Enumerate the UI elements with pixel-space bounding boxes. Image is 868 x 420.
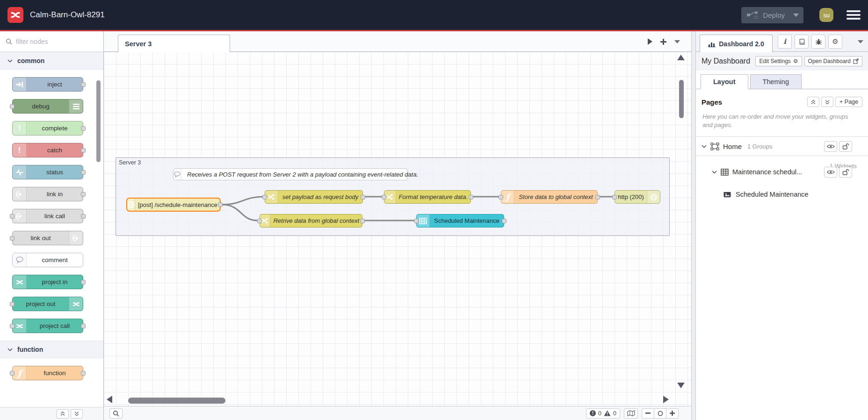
sidebar-tab-dashboard[interactable]: Dashboard 2.0 [700, 35, 773, 52]
visibility-toggle-button[interactable] [824, 167, 837, 178]
navigator-button[interactable] [624, 408, 638, 419]
notification-counts[interactable]: ! 0 0 [586, 408, 620, 419]
collapse-all-pages-button[interactable] [807, 97, 819, 107]
flow-node-http-response[interactable]: http (200) [615, 190, 660, 204]
workspace-tab-server-3[interactable]: Server 3 [118, 35, 230, 52]
visibility-toggle-button[interactable] [824, 141, 837, 152]
add-flow-button[interactable] [660, 38, 667, 45]
flow-node-change-set-payload[interactable]: set payload as request body [265, 190, 363, 204]
input-port[interactable] [612, 195, 617, 199]
output-port[interactable] [218, 202, 223, 207]
flow-canvas[interactable]: Server 3 [104, 52, 691, 406]
search-icon [6, 38, 12, 45]
info-tab-button[interactable]: i [778, 35, 792, 49]
open-dashboard-button[interactable]: Open Dashboard [804, 56, 862, 66]
flow-node-comment[interactable]: Receives a POST request from Server 2 wi… [173, 168, 408, 180]
canvas-hscrollbar-thumb[interactable] [128, 398, 225, 404]
palette-node-catch[interactable]: ! catch [12, 143, 83, 157]
output-port [81, 170, 86, 175]
palette-node-project-out[interactable]: project out [12, 297, 83, 311]
palette-node-project-call[interactable]: project call [12, 319, 83, 333]
output-port[interactable] [502, 219, 506, 223]
canvas-scroll-left-icon[interactable] [107, 396, 112, 403]
help-tab-button[interactable] [795, 35, 809, 49]
input-port[interactable] [499, 195, 503, 199]
canvas-vscrollbar-thumb[interactable] [679, 80, 684, 118]
flow-node-change-format-temperature[interactable]: Format temperature data. [384, 190, 471, 204]
user-avatar[interactable]: su [819, 8, 833, 22]
image-widget-icon [723, 191, 731, 198]
palette-filter-input[interactable] [16, 38, 86, 45]
zoom-in-button[interactable] [666, 408, 679, 419]
debug-tab-button[interactable] [811, 35, 825, 49]
tree-row-group-maintenance[interactable]: Maintenance schedul... 1 Widgets [696, 163, 868, 181]
tab-theming[interactable]: Theming [750, 74, 802, 89]
table-icon [721, 169, 729, 176]
tree-row-widget-scheduled-maintenance[interactable]: Scheduled Maintenance [696, 186, 868, 203]
output-port [81, 148, 86, 153]
output-port[interactable] [361, 195, 365, 199]
tree-row-page-home[interactable]: Home 1 Groups [696, 136, 868, 156]
main-menu-button[interactable] [846, 10, 861, 20]
palette-node-link-call[interactable]: link call [12, 209, 83, 223]
palette-node-link-out[interactable]: link out [12, 231, 83, 245]
tab-list-icon[interactable] [674, 40, 680, 43]
bug-icon [815, 38, 822, 45]
chevron-down-icon[interactable] [702, 145, 707, 148]
palette-node-label: status [27, 169, 83, 176]
add-page-button[interactable]: + Page [835, 97, 862, 107]
flow-node-change-retrieve-global[interactable]: Retrive data from global context [260, 214, 362, 228]
palette-node-debug[interactable]: debug [12, 99, 83, 114]
flow-node-http-in[interactable]: [post] /schedule-maintenance [126, 198, 221, 212]
config-nodes-tab-button[interactable]: ⚙ [828, 35, 842, 49]
canvas-scroll-up-icon[interactable] [677, 55, 685, 60]
palette-node-label: inject [27, 81, 83, 88]
output-port[interactable] [595, 195, 600, 199]
palette-node-inject[interactable]: inject [12, 77, 83, 92]
sidebar-splitter[interactable] [691, 31, 696, 420]
dashboard-header: My Dashboard Edit Settings ⚙ Open Dashbo… [696, 52, 868, 71]
output-port [81, 371, 86, 376]
edit-settings-button[interactable]: Edit Settings ⚙ [755, 56, 802, 66]
palette-scrollbar-thumb[interactable] [96, 80, 101, 162]
unlock-icon [842, 143, 849, 149]
collapse-all-categories-button[interactable] [57, 409, 69, 419]
lock-toggle-button[interactable] [839, 167, 852, 178]
flow-node-ui-table[interactable]: Scheduled Maintenance [416, 214, 504, 228]
palette-node-comment[interactable]: comment [12, 253, 83, 267]
palette-node-label: project in [27, 278, 83, 285]
palette-search[interactable] [0, 31, 103, 52]
output-port [81, 192, 86, 197]
palette-node-link-in[interactable]: link in [12, 187, 83, 201]
input-port[interactable] [262, 195, 267, 199]
palette-node-function[interactable]: ƒ function [12, 366, 83, 380]
globe-icon [647, 191, 660, 203]
sidebar-menu-caret-icon[interactable] [858, 40, 863, 43]
deploy-options-caret-icon[interactable] [793, 14, 799, 17]
flow-node-function-store-global[interactable]: ƒ Store data to global context [501, 190, 598, 204]
comment-text: Receives a POST request from Server 2 wi… [181, 171, 421, 178]
input-port[interactable] [414, 219, 419, 223]
palette-node-project-in[interactable]: project in [12, 275, 83, 289]
complete-icon: ! [13, 121, 27, 135]
search-flows-button[interactable] [109, 408, 123, 419]
next-tab-icon[interactable] [648, 38, 652, 45]
canvas-scroll-down-icon[interactable] [677, 383, 685, 388]
output-port[interactable] [469, 195, 473, 199]
palette-node-status[interactable]: status [12, 165, 83, 179]
palette-category-function[interactable]: function [0, 341, 103, 358]
zoom-out-button[interactable] [642, 408, 654, 419]
expand-all-categories-button[interactable] [71, 409, 83, 419]
palette-category-common[interactable]: common [0, 52, 103, 70]
deploy-button[interactable]: Deploy [741, 7, 803, 23]
lock-toggle-button[interactable] [839, 141, 852, 152]
zoom-reset-button[interactable] [654, 408, 666, 419]
palette-node-complete[interactable]: ! complete [12, 121, 83, 135]
expand-all-pages-button[interactable] [821, 97, 833, 107]
tab-layout[interactable]: Layout [701, 74, 748, 89]
canvas-scroll-right-icon[interactable] [663, 396, 669, 403]
input-port[interactable] [382, 195, 386, 199]
input-port[interactable] [257, 219, 262, 223]
output-port[interactable] [360, 219, 365, 223]
chevron-down-icon[interactable] [712, 171, 717, 174]
